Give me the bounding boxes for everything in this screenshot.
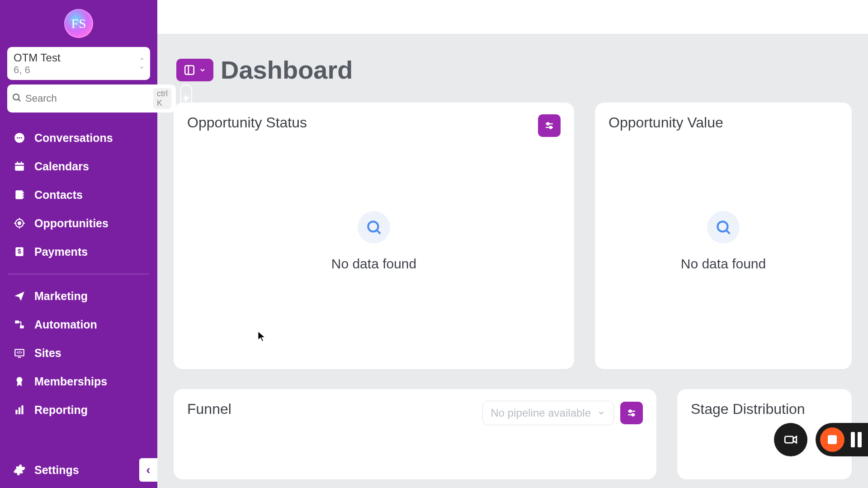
stop-icon: [828, 435, 837, 444]
layout-icon: [184, 64, 195, 76]
svg-point-45: [632, 414, 634, 416]
send-icon: [13, 290, 26, 302]
svg-point-37: [550, 127, 552, 129]
svg-point-35: [547, 123, 549, 125]
svg-rect-30: [19, 408, 20, 414]
card-title: Opportunity Status: [187, 114, 307, 131]
chat-icon: [13, 132, 26, 144]
empty-state: No data found: [595, 211, 852, 272]
sidebar-item-label: Automation: [34, 318, 97, 331]
card-funnel: Funnel No pipeline available: [174, 389, 656, 479]
svg-rect-23: [15, 321, 19, 324]
badge-icon: [13, 375, 26, 387]
sidebar-item-label: Memberships: [34, 375, 107, 388]
empty-icon-circle: [707, 211, 740, 244]
svg-point-16: [18, 222, 21, 225]
empty-state: No data found: [174, 211, 574, 272]
svg-rect-10: [21, 162, 22, 164]
settings-row: Settings ‹: [0, 452, 157, 488]
search-empty-icon: [715, 219, 732, 236]
settings-label: Settings: [34, 464, 79, 477]
video-icon: [783, 432, 798, 447]
svg-rect-11: [15, 191, 23, 200]
svg-line-39: [377, 230, 380, 234]
card-opportunity-value: Opportunity Value No data found: [595, 103, 852, 369]
sidebar-item-label: Payments: [34, 245, 88, 258]
svg-rect-13: [23, 194, 24, 196]
empty-text: No data found: [331, 256, 416, 272]
sidebar-item-automation[interactable]: Automation: [6, 312, 151, 338]
sidebar-item-settings[interactable]: Settings: [13, 464, 79, 477]
account-switcher[interactable]: OTM Test 6, 6 ⌃⌃: [7, 47, 150, 80]
sidebar-item-payments[interactable]: $ Payments: [6, 239, 151, 265]
target-icon: [13, 217, 26, 229]
payments-icon: $: [13, 246, 26, 258]
search-empty-icon: [365, 219, 382, 236]
search-row: ctrl K: [7, 84, 150, 113]
page-header: Dashboard: [176, 55, 852, 84]
sidebar-item-memberships[interactable]: Memberships: [6, 369, 151, 394]
sidebar-item-conversations[interactable]: Conversations: [6, 125, 151, 151]
nav-divider: [8, 274, 149, 274]
account-subtitle: 6, 6: [14, 64, 144, 75]
recorder-pause-button[interactable]: [851, 432, 862, 447]
automation-icon: [13, 319, 26, 330]
sidebar-item-contacts[interactable]: Contacts: [6, 182, 151, 208]
sidebar-item-label: Reporting: [34, 404, 88, 417]
sidebar-item-marketing[interactable]: Marketing: [6, 283, 151, 309]
svg-point-38: [368, 221, 378, 231]
card-settings-button[interactable]: [620, 402, 643, 424]
svg-text:$: $: [18, 248, 21, 255]
search-box[interactable]: ctrl K: [7, 84, 176, 113]
nav-group-2: Marketing Automation </> Sites Membershi…: [0, 279, 157, 427]
main-content: Dashboard Opportunity Status No data fou…: [157, 34, 868, 488]
svg-point-5: [21, 137, 22, 139]
sidebar-item-sites[interactable]: </> Sites: [6, 340, 151, 366]
svg-line-41: [726, 230, 730, 234]
dashboard-layout-button[interactable]: [176, 59, 213, 81]
sidebar-item-label: Contacts: [34, 188, 83, 202]
svg-rect-31: [21, 406, 23, 415]
pipeline-select[interactable]: No pipeline available: [482, 401, 614, 425]
page-title: Dashboard: [221, 55, 353, 84]
svg-rect-29: [15, 410, 17, 414]
svg-line-1: [19, 99, 21, 102]
svg-text:</>: </>: [17, 351, 23, 355]
sidebar-item-label: Sites: [34, 347, 61, 360]
cards-row-2: Funnel No pipeline available Stage Distr…: [174, 389, 852, 479]
chevron-down-icon: [597, 409, 605, 417]
svg-rect-14: [23, 197, 24, 198]
search-input[interactable]: [25, 93, 150, 104]
card-title: Funnel: [187, 401, 231, 418]
gear-icon: [13, 464, 26, 476]
pause-icon: [858, 432, 862, 447]
calendar-icon: [13, 160, 26, 172]
svg-rect-12: [23, 192, 24, 193]
sidebar: FS OTM Test 6, 6 ⌃⌃ ctrl K Conversations…: [0, 0, 157, 488]
sidebar-item-label: Conversations: [34, 131, 113, 145]
brand-logo[interactable]: FS: [64, 9, 93, 38]
chevron-left-icon: ‹: [146, 463, 150, 477]
pipeline-placeholder: No pipeline available: [491, 407, 591, 419]
svg-point-28: [17, 377, 23, 383]
recorder-stop-button[interactable]: [820, 427, 844, 452]
svg-point-4: [19, 137, 20, 139]
sidebar-item-calendars[interactable]: Calendars: [6, 154, 151, 179]
recorder-controls: [816, 423, 868, 456]
card-opportunity-status: Opportunity Status No data found: [174, 103, 574, 369]
contacts-icon: [13, 189, 26, 201]
sidebar-item-opportunities[interactable]: Opportunities: [6, 211, 151, 236]
recorder-camera-button[interactable]: [774, 423, 807, 456]
top-bar: [157, 0, 868, 34]
svg-point-3: [17, 137, 18, 139]
svg-rect-46: [785, 436, 793, 443]
search-icon: [12, 93, 22, 104]
card-settings-button[interactable]: [538, 114, 561, 137]
chevron-updown-icon: ⌃⌃: [139, 60, 145, 68]
collapse-sidebar-button[interactable]: ‹: [139, 458, 157, 482]
sidebar-item-reporting[interactable]: Reporting: [6, 397, 151, 423]
sidebar-item-label: Opportunities: [34, 217, 108, 230]
sliders-icon: [626, 408, 637, 418]
sidebar-item-label: Calendars: [34, 160, 89, 173]
svg-rect-32: [185, 66, 194, 75]
